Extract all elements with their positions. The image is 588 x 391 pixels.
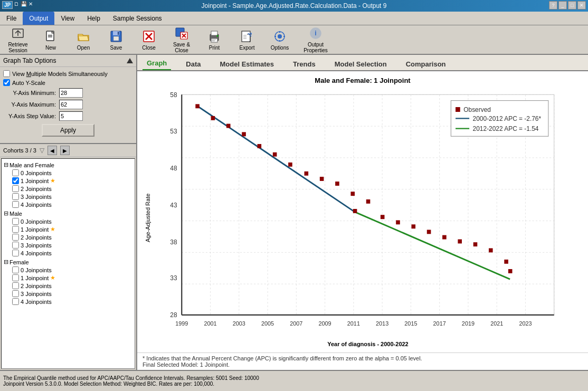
tree-children-female: 0 Joinpoints 1 Joinpoint ★ 2 Joinpoints … bbox=[12, 266, 132, 306]
output-properties-button[interactable]: i Output Properties bbox=[297, 26, 335, 53]
svg-rect-98 bbox=[442, 235, 447, 240]
close-btn[interactable]: ✕ bbox=[577, 1, 586, 9]
svg-rect-82 bbox=[211, 116, 215, 120]
tab-graph[interactable]: Graph bbox=[143, 57, 171, 70]
options-button[interactable]: Options bbox=[264, 26, 296, 53]
tree-parent-female[interactable]: ⊟ Female bbox=[4, 258, 132, 266]
close-icon bbox=[141, 29, 156, 44]
svg-rect-85 bbox=[258, 144, 262, 148]
jp-logo: JP bbox=[2, 1, 13, 9]
m-0jp-checkbox[interactable] bbox=[12, 218, 19, 225]
tree-parent-male-female[interactable]: ⊟ Male and Female bbox=[4, 161, 132, 169]
tab-trends[interactable]: Trends bbox=[289, 58, 320, 70]
print-label: Print bbox=[209, 45, 220, 51]
cohort-next-button[interactable]: ▶ bbox=[60, 146, 70, 155]
f-4jp-checkbox[interactable] bbox=[12, 298, 19, 305]
cohort-label: Cohorts 3 / 3 bbox=[3, 147, 36, 154]
new-button[interactable]: New bbox=[35, 26, 67, 53]
tab-model-selection[interactable]: Model Selection bbox=[330, 58, 391, 70]
auto-y-scale-checkbox[interactable] bbox=[3, 79, 10, 86]
svg-text:2019: 2019 bbox=[462, 320, 475, 327]
save-button[interactable]: Save bbox=[100, 26, 132, 53]
tab-comparison[interactable]: Comparison bbox=[402, 58, 450, 70]
view-multiple-models-checkbox[interactable] bbox=[3, 70, 10, 77]
m-4jp-checkbox[interactable] bbox=[12, 250, 19, 256]
list-item: 3 Joinpoints bbox=[12, 193, 132, 201]
save-close-label: Save & Close bbox=[167, 42, 196, 53]
minimize-btn[interactable]: _ bbox=[558, 1, 567, 9]
mf-2jp-checkbox[interactable] bbox=[12, 185, 19, 192]
svg-text:2009: 2009 bbox=[319, 320, 331, 327]
print-button[interactable]: Print bbox=[198, 26, 230, 53]
export-icon bbox=[240, 29, 254, 44]
f-0jp-checkbox[interactable] bbox=[12, 266, 19, 273]
list-item: 2 Joinpoints bbox=[12, 185, 132, 193]
mf-3jp-label: 3 Joinpoints bbox=[21, 194, 52, 200]
tab-model-estimates[interactable]: Model Estimates bbox=[215, 58, 278, 70]
mf-0jp-checkbox[interactable] bbox=[12, 169, 19, 176]
svg-rect-102 bbox=[504, 260, 508, 264]
window-icons: 🗋 💾 ✕ bbox=[14, 1, 33, 9]
auto-y-scale-row: Auto Y-Scale bbox=[3, 79, 133, 86]
close-button[interactable]: Close bbox=[133, 26, 165, 53]
svg-text:2023: 2023 bbox=[519, 320, 532, 327]
svg-rect-3 bbox=[48, 35, 52, 36]
tab-data[interactable]: Data bbox=[182, 58, 205, 70]
save-close-icon bbox=[174, 26, 189, 41]
mf-1jp-checkbox[interactable] bbox=[12, 177, 19, 184]
status-bar: The Empirical Quantile method used for A… bbox=[0, 370, 588, 391]
expand-female-icon: ⊟ bbox=[4, 259, 8, 265]
f-1jp-checkbox[interactable] bbox=[12, 274, 19, 281]
f-3jp-checkbox[interactable] bbox=[12, 290, 19, 297]
svg-text:2011: 2011 bbox=[347, 320, 360, 327]
menu-output[interactable]: Output bbox=[23, 12, 54, 25]
list-item: 0 Joinpoints bbox=[12, 169, 132, 177]
cohort-prev-button[interactable]: ◀ bbox=[48, 146, 57, 155]
svg-rect-92 bbox=[366, 199, 371, 204]
f-2jp-checkbox[interactable] bbox=[12, 282, 19, 289]
svg-rect-17 bbox=[211, 31, 217, 35]
menu-sample-sessions[interactable]: Sample Sessions bbox=[107, 12, 168, 25]
open-button[interactable]: Open bbox=[68, 26, 99, 53]
svg-rect-87 bbox=[288, 163, 292, 167]
m-1jp-checkbox[interactable] bbox=[12, 226, 19, 233]
mf-3jp-checkbox[interactable] bbox=[12, 193, 19, 200]
help-btn[interactable]: ? bbox=[549, 1, 557, 9]
collapse-icon[interactable] bbox=[127, 58, 133, 63]
svg-rect-7 bbox=[113, 36, 119, 41]
svg-text:2000-2012 APC = -2.76*: 2000-2012 APC = -2.76* bbox=[473, 115, 542, 122]
m-2jp-checkbox[interactable] bbox=[12, 234, 19, 241]
tree-parent-female-label: Female bbox=[10, 259, 29, 265]
list-item: 2 Joinpoints bbox=[12, 282, 132, 290]
m-3jp-checkbox[interactable] bbox=[12, 242, 19, 249]
window-controls[interactable]: ? _ □ ✕ bbox=[549, 1, 586, 9]
y-axis-step-label: Y-Axis Step Value: bbox=[3, 113, 56, 119]
mf-4jp-checkbox[interactable] bbox=[12, 201, 19, 208]
toolbar: Retrieve Session New Open bbox=[0, 25, 588, 55]
mf-2jp-label: 2 Joinpoints bbox=[21, 186, 52, 192]
svg-rect-84 bbox=[242, 132, 246, 136]
tree-parent-male[interactable]: ⊟ Male bbox=[4, 209, 132, 217]
maximize-btn[interactable]: □ bbox=[568, 1, 576, 9]
save-icon bbox=[109, 29, 124, 44]
mf-0jp-label: 0 Joinpoints bbox=[21, 170, 52, 176]
apply-button[interactable]: Apply bbox=[42, 124, 94, 137]
menu-view[interactable]: View bbox=[54, 12, 81, 25]
mf-1jp-label: 1 Joinpoint bbox=[21, 178, 49, 184]
menu-help[interactable]: Help bbox=[81, 12, 107, 25]
svg-rect-93 bbox=[353, 209, 357, 213]
y-axis-step-input[interactable] bbox=[59, 111, 83, 121]
svg-rect-97 bbox=[427, 230, 431, 234]
list-item: 3 Joinpoints bbox=[12, 290, 132, 298]
menu-file[interactable]: File bbox=[0, 12, 23, 25]
y-axis-min-input[interactable] bbox=[59, 88, 83, 98]
view-multiple-models-row: View Multiple Models Simultaneously bbox=[3, 70, 133, 77]
y-axis-step-row: Y-Axis Step Value: bbox=[3, 111, 133, 121]
svg-rect-105 bbox=[456, 107, 460, 112]
y-axis-max-input[interactable] bbox=[59, 100, 83, 109]
m-0jp-label: 0 Joinpoints bbox=[21, 218, 52, 225]
retrieve-session-button[interactable]: Retrieve Session bbox=[2, 26, 34, 53]
save-close-button[interactable]: Save & Close bbox=[166, 26, 197, 53]
export-button[interactable]: Export bbox=[231, 26, 263, 53]
list-item: 4 Joinpoints bbox=[12, 201, 132, 208]
